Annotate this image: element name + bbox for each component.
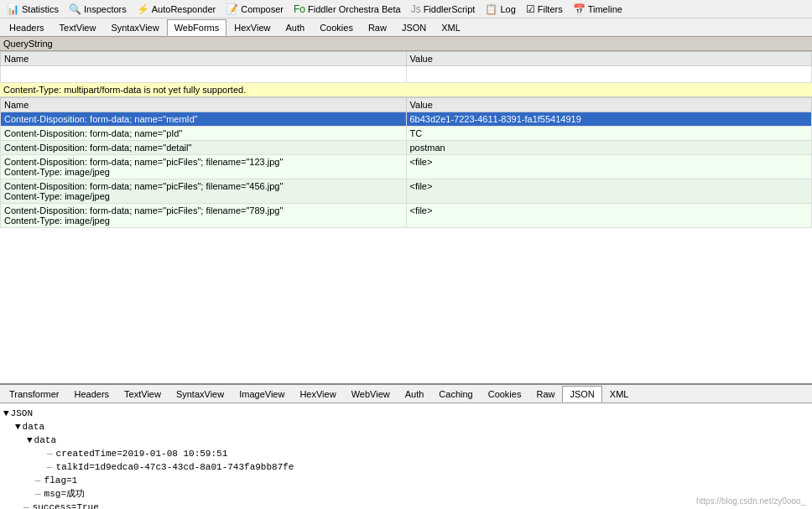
form-row-value: <file> [406, 179, 812, 204]
form-row-name[interactable]: Content-Disposition: form-data; name="de… [1, 141, 407, 155]
tree-data-1-label: data [23, 420, 44, 434]
tab-hexview[interactable]: HexView [226, 19, 278, 36]
querystring-table: Name Value [0, 51, 812, 83]
toolbar-log[interactable]: 📋 Log [480, 0, 520, 18]
tab-caching[interactable]: Caching [431, 386, 480, 403]
expand-data-2[interactable]: ▼ [27, 434, 33, 447]
filters-icon: ☑ [526, 3, 535, 15]
toolbar-fiddlerscript[interactable]: Js FiddlerScript [406, 0, 481, 18]
form-row-name[interactable]: Content-Disposition: form-data; name="pI… [1, 127, 407, 141]
form-row-name[interactable]: Content-Disposition: form-data; name="pi… [1, 204, 407, 228]
statistics-icon: 📊 [7, 3, 19, 15]
tab-bottom-cookies[interactable]: Cookies [481, 386, 529, 403]
toolbar-inspectors[interactable]: 🔍 Inspectors [64, 0, 132, 18]
composer-icon: 📝 [226, 3, 238, 15]
bullet-flag: — [35, 474, 41, 487]
tab-textview[interactable]: TextView [52, 19, 104, 36]
tree-data-2: ▼ data [3, 434, 809, 447]
form-row-name[interactable]: Content-Disposition: form-data; name="pi… [1, 179, 407, 204]
toolbar-timeline[interactable]: 📅 Timeline [568, 0, 627, 18]
form-name-col: Name [1, 98, 407, 112]
form-row-value: TC [406, 127, 812, 141]
tree-root-label: JSON [11, 407, 33, 420]
fiddler-orchestra-icon: Fo [294, 3, 305, 15]
form-row-name[interactable]: Content-Disposition: form-data; name="me… [1, 112, 407, 127]
tree-talk-id-label: talkId=1d9edca0-47c3-43cd-8a01-743fa9bb8… [56, 460, 294, 474]
tab-bottom-hexview[interactable]: HexView [292, 386, 343, 403]
form-row-name[interactable]: Content-Disposition: form-data; name="pi… [1, 155, 407, 179]
inspectors-icon: 🔍 [69, 3, 81, 15]
tab-bottom-xml[interactable]: XML [602, 386, 637, 403]
form-row-value: 6b43d2e1-7223-4611-8391-fa1f55414919 [406, 112, 812, 127]
fiddlerscript-icon: Js [411, 3, 421, 15]
tree-success-label: success=True [33, 501, 99, 509]
bottom-panel: ▼ JSON ▼ data ▼ data — createdTime=2019-… [0, 403, 812, 509]
top-tab-bar: Headers TextView SyntaxView WebForms Hex… [0, 18, 812, 37]
toolbar-statistics[interactable]: 📊 Statistics [2, 0, 64, 18]
tree-flag-label: flag=1 [44, 474, 78, 487]
toolbar-autoresponder[interactable]: ⚡ AutoResponder [132, 0, 221, 18]
tab-json[interactable]: JSON [394, 19, 434, 36]
autoresponder-icon: ⚡ [137, 3, 149, 15]
form-row-value: <file> [406, 204, 812, 228]
qs-value-col: Value [406, 52, 812, 66]
form-row-value: postman [406, 141, 812, 155]
bullet-talkid: — [47, 460, 53, 474]
tab-syntaxview[interactable]: SyntaxView [103, 19, 166, 36]
tree-created-time-label: createdTime=2019-01-08 10:59:51 [56, 447, 228, 460]
toolbar-fiddler-orchestra[interactable]: Fo Fiddler Orchestra Beta [289, 0, 406, 18]
tree-flag: — flag=1 [3, 474, 809, 487]
table-row: Content-Disposition: form-data; name="pi… [1, 204, 812, 228]
tree-success: — success=True [3, 501, 809, 509]
tree-data-2-label: data [34, 434, 56, 447]
tab-bottom-syntaxview[interactable]: SyntaxView [169, 386, 232, 403]
tab-bottom-json[interactable]: JSON [562, 386, 601, 403]
json-tree: ▼ JSON ▼ data ▼ data — createdTime=2019-… [0, 403, 812, 509]
top-panel: QueryString Name Value Content-Type: mul… [0, 37, 812, 385]
querystring-header: QueryString [0, 37, 812, 51]
tab-webview[interactable]: WebView [344, 386, 398, 403]
tab-bottom-auth[interactable]: Auth [398, 386, 432, 403]
log-icon: 📋 [485, 3, 497, 15]
tree-root: ▼ JSON [3, 407, 809, 420]
table-row: Content-Disposition: form-data; name="de… [1, 141, 812, 155]
toolbar-filters[interactable]: ☑ Filters [521, 0, 568, 18]
table-row [1, 66, 812, 83]
warning-bar: Content-Type: multipart/form-data is not… [0, 83, 812, 97]
bottom-tab-bar: Transformer Headers TextView SyntaxView … [0, 385, 812, 403]
formdata-table: Name Value Content-Disposition: form-dat… [0, 97, 812, 228]
tab-transformer[interactable]: Transformer [2, 386, 67, 403]
expand-root[interactable]: ▼ [3, 407, 9, 420]
tab-cookies[interactable]: Cookies [312, 19, 361, 36]
form-row-value: <file> [406, 155, 812, 179]
tab-headers[interactable]: Headers [2, 19, 52, 36]
table-row: Content-Disposition: form-data; name="me… [1, 112, 812, 127]
tab-webforms[interactable]: WebForms [167, 19, 227, 36]
tree-msg: — msg=成功 [3, 487, 809, 501]
table-row: Content-Disposition: form-data; name="pI… [1, 127, 812, 141]
bullet-success: — [23, 501, 29, 509]
tab-auth[interactable]: Auth [278, 19, 313, 36]
tab-imageview[interactable]: ImageView [232, 386, 292, 403]
tree-talk-id: — talkId=1d9edca0-47c3-43cd-8a01-743fa9b… [3, 460, 809, 474]
timeline-icon: 📅 [573, 3, 586, 15]
tab-bottom-textview[interactable]: TextView [117, 386, 169, 403]
tab-raw[interactable]: Raw [361, 19, 394, 36]
toolbar-composer[interactable]: 📝 Composer [221, 0, 289, 18]
table-row: Content-Disposition: form-data; name="pi… [1, 155, 812, 179]
bullet-msg: — [35, 487, 41, 501]
tree-created-time: — createdTime=2019-01-08 10:59:51 [3, 447, 809, 460]
tab-bottom-raw[interactable]: Raw [528, 386, 562, 403]
qs-name-col: Name [1, 52, 407, 66]
table-row: Content-Disposition: form-data; name="pi… [1, 179, 812, 204]
tree-data-1: ▼ data [3, 420, 809, 434]
top-toolbar: 📊 Statistics 🔍 Inspectors ⚡ AutoResponde… [0, 0, 812, 18]
tab-xml[interactable]: XML [434, 19, 468, 36]
expand-data-1[interactable]: ▼ [15, 420, 21, 434]
watermark: https://blog.csdn.net/zy0ooo_ [696, 496, 805, 506]
tree-msg-label: msg=成功 [44, 487, 85, 501]
bullet-created: — [47, 447, 53, 460]
tab-bottom-headers[interactable]: Headers [67, 386, 117, 403]
form-value-col: Value [406, 98, 812, 112]
